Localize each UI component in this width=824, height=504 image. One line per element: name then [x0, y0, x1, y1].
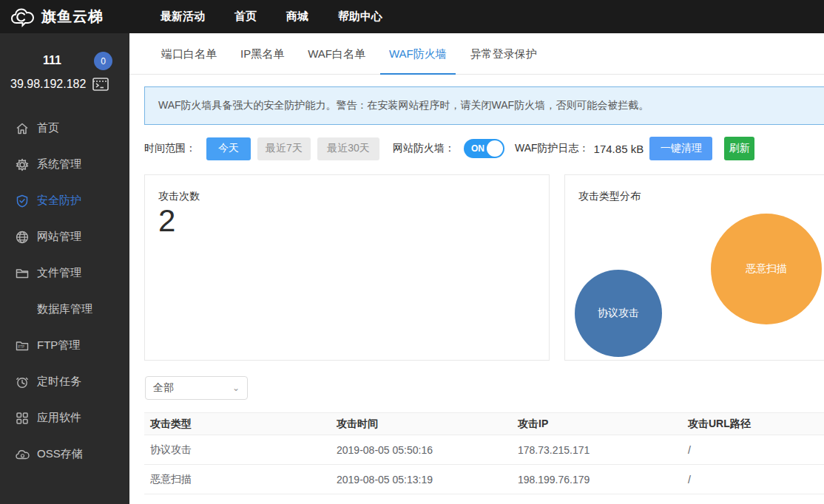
tab-abnormal-login[interactable]: 异常登录保护 — [462, 47, 546, 75]
select-value: 全部 — [153, 381, 232, 395]
col-attack-time: 攻击时间 — [331, 413, 512, 435]
folder-icon — [15, 266, 30, 281]
table-row[interactable]: 协议攻击 2019-08-05 05:50:16 178.73.215.171 … — [144, 435, 824, 465]
sidebar-item-label: 系统管理 — [37, 157, 81, 171]
sidebar-item-oss[interactable]: OSS存储 — [0, 436, 129, 472]
attack-type-filter-select[interactable]: 全部 ⌄ — [145, 376, 248, 400]
sidebar-item-label: 定时任务 — [37, 375, 81, 389]
clear-logs-button[interactable]: 一键清理 — [649, 137, 712, 160]
terminal-icon[interactable] — [92, 78, 109, 91]
server-name[interactable]: 111 — [43, 54, 61, 67]
time-button-today[interactable]: 今天 — [206, 137, 251, 160]
sidebar-item-home[interactable]: 首页 — [0, 110, 129, 146]
brand-cloud-icon — [10, 7, 36, 27]
main-content: 端口白名单 IP黑名单 WAF白名单 WAF防火墙 异常登录保护 WAF防火墙具… — [129, 33, 824, 504]
nav-item-latest-activity[interactable]: 最新活动 — [161, 10, 205, 24]
cell-attack-url: / — [682, 465, 824, 494]
col-attack-ip: 攻击IP — [512, 413, 682, 435]
tab-waf-firewall[interactable]: WAF防火墙 — [380, 47, 456, 75]
nav-item-store[interactable]: 商城 — [286, 10, 308, 24]
waf-info-text: WAF防火墙具备强大的安全防护能力。警告：在安装网站程序时，请关闭WAF防火墙，… — [158, 99, 649, 112]
bubble-malicious-scan[interactable]: 恶意扫描 — [711, 214, 822, 324]
col-attack-url: 攻击URL路径 — [682, 413, 824, 435]
sidebar-item-website[interactable]: 网站管理 — [0, 219, 129, 255]
globe-icon — [15, 230, 30, 245]
sidebar-item-label: 安全防护 — [37, 194, 81, 208]
sidebar-item-security[interactable]: 安全防护 — [0, 183, 129, 219]
gear-icon — [15, 157, 30, 172]
attack-count-card: 攻击次数 2 — [144, 174, 550, 361]
chevron-down-icon: ⌄ — [232, 383, 240, 393]
sidebar-menu: 首页 系统管理 安全防护 — [0, 110, 129, 472]
nav-item-home[interactable]: 首页 — [234, 10, 257, 24]
server-row: 111 0 — [0, 52, 129, 72]
topbar: 旗鱼云梯 最新活动 首页 商城 帮助中心 — [0, 0, 824, 33]
attack-log-table: 攻击类型 攻击时间 攻击IP 攻击URL路径 协议攻击 2019-08-05 0… — [144, 412, 824, 494]
apps-grid-icon — [15, 411, 30, 426]
sidebar-item-label: 首页 — [37, 121, 59, 135]
nav-item-help-center[interactable]: 帮助中心 — [338, 10, 382, 24]
cell-attack-ip: 178.73.215.171 — [512, 435, 682, 465]
bubble-label: 协议攻击 — [598, 307, 639, 320]
brand[interactable]: 旗鱼云梯 — [0, 7, 129, 27]
firewall-toggle[interactable]: ON — [464, 139, 504, 158]
toggle-state-label: ON — [471, 143, 484, 154]
cell-attack-url: / — [682, 435, 824, 465]
cloud-icon — [15, 447, 30, 462]
waf-log-size: 174.85 kB — [594, 143, 644, 155]
cell-attack-time: 2019-08-05 05:13:19 — [331, 465, 512, 494]
sidebar-item-database[interactable]: 数据库管理 — [0, 291, 129, 327]
top-nav: 最新活动 首页 商城 帮助中心 — [161, 10, 382, 24]
cell-attack-ip: 198.199.76.179 — [512, 465, 682, 494]
cell-attack-type: 恶意扫描 — [144, 465, 331, 494]
server-ip-row: 39.98.192.182 — [10, 78, 109, 91]
home-icon — [15, 121, 30, 136]
sidebar-item-label: 文件管理 — [37, 266, 81, 280]
table-row[interactable]: 恶意扫描 2019-08-05 05:13:19 198.199.76.179 … — [144, 465, 824, 494]
sidebar-item-ftp[interactable]: FTP FTP管理 — [0, 327, 129, 364]
ftp-folder-icon: FTP — [15, 338, 30, 353]
col-attack-type: 攻击类型 — [144, 413, 331, 435]
server-ip: 39.98.192.182 — [10, 78, 86, 91]
attack-count-value: 2 — [158, 203, 175, 239]
table-header-row: 攻击类型 攻击时间 攻击IP 攻击URL路径 — [144, 413, 824, 435]
tab-ip-blacklist[interactable]: IP黑名单 — [232, 47, 293, 75]
shield-icon — [15, 194, 30, 208]
sidebar-item-cron[interactable]: 定时任务 — [0, 364, 129, 400]
notification-badge[interactable]: 0 — [94, 52, 112, 70]
tab-waf-whitelist[interactable]: WAF白名单 — [299, 47, 374, 75]
clock-icon — [15, 375, 30, 389]
sidebar: 111 0 39.98.192.182 首页 — [0, 33, 129, 504]
sidebar-item-system[interactable]: 系统管理 — [0, 146, 129, 183]
attack-count-title: 攻击次数 — [158, 190, 200, 203]
brand-name: 旗鱼云梯 — [41, 7, 104, 27]
sidebar-item-label: FTP管理 — [37, 338, 80, 353]
sidebar-item-label: 数据库管理 — [37, 302, 92, 316]
time-button-7days[interactable]: 最近7天 — [257, 137, 311, 160]
bubble-label: 恶意扫描 — [746, 262, 787, 276]
waf-info-banner: WAF防火墙具备强大的安全防护能力。警告：在安装网站程序时，请关闭WAF防火墙，… — [144, 86, 824, 125]
blank-icon — [15, 302, 30, 317]
attack-type-title: 攻击类型分布 — [578, 190, 641, 203]
bubble-protocol-attack[interactable]: 协议攻击 — [575, 270, 662, 357]
sidebar-item-label: 网站管理 — [37, 230, 81, 244]
sidebar-item-label: OSS存储 — [37, 447, 83, 461]
tab-port-whitelist[interactable]: 端口白名单 — [152, 47, 226, 75]
sidebar-item-apps[interactable]: 应用软件 — [0, 400, 129, 436]
waf-log-label: WAF防护日志： — [515, 142, 590, 155]
time-range-label: 时间范围： — [144, 142, 196, 155]
refresh-button[interactable]: 刷新 — [724, 137, 754, 160]
firewall-label: 网站防火墙： — [393, 142, 455, 155]
toggle-knob — [487, 140, 503, 157]
cell-attack-type: 协议攻击 — [144, 435, 331, 465]
sidebar-item-files[interactable]: 文件管理 — [0, 255, 129, 291]
svg-text:FTP: FTP — [18, 345, 24, 349]
cell-attack-time: 2019-08-05 05:50:16 — [331, 435, 512, 465]
controls-row: 时间范围： 今天 最近7天 最近30天 网站防火墙： ON WAF防护日志： 1… — [144, 137, 754, 160]
sidebar-item-label: 应用软件 — [37, 411, 81, 425]
attack-type-card: 攻击类型分布 协议攻击 恶意扫描 — [564, 174, 824, 361]
tabs-bar: 端口白名单 IP黑名单 WAF白名单 WAF防火墙 异常登录保护 — [129, 33, 824, 75]
time-button-30days[interactable]: 最近30天 — [317, 137, 379, 160]
